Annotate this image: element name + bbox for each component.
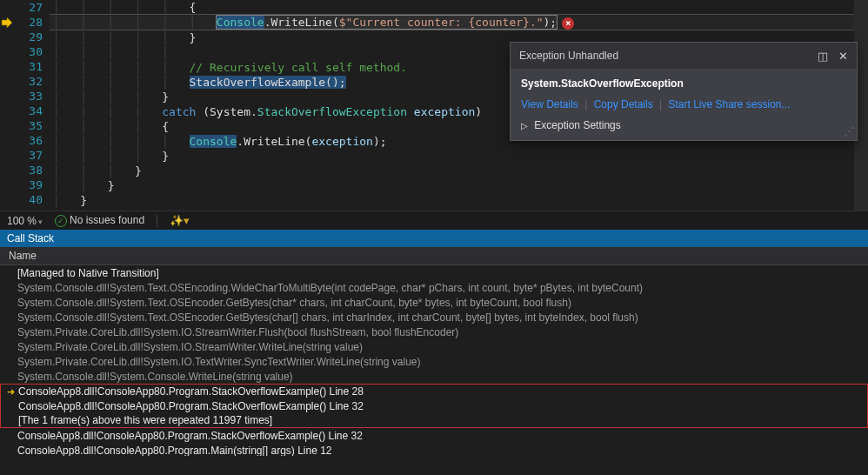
zoom-level[interactable]: 100 %▾ [7,215,43,227]
type-name: StackOverflowException [257,105,407,118]
stack-frame-text: ConsoleApp8.dll!ConsoleApp80.Program.Mai… [16,445,332,457]
stmt-end: ); [544,16,558,29]
stack-frame-text: [Managed to Native Transition] [16,267,159,279]
line-number: 31 [17,59,43,74]
stack-frame-row[interactable]: System.Console.dll!System.Text.OSEncoder… [0,310,868,324]
brace-close: } [135,164,142,177]
paren: ( [196,105,210,118]
stack-frame-text: System.Console.dll!System.Text.OSEncodin… [16,282,643,294]
stack-frame-text: System.Private.CoreLib.dll!System.IO.Str… [16,341,363,353]
stack-frame-row[interactable]: System.Console.dll!System.Console.WriteL… [0,369,868,384]
stack-frame-row[interactable]: System.Private.CoreLib.dll!System.IO.Str… [0,324,868,339]
exception-badge-icon[interactable]: × [562,17,574,30]
brace-close: } [162,150,169,163]
stack-frame-text: ConsoleApp8.dll!ConsoleApp80.Program.Sta… [17,385,364,398]
start-live-share-link[interactable]: Start Live Share session... [668,98,790,110]
popup-title: Exception Unhandled [519,50,818,62]
brace-close: } [108,179,115,192]
stack-frame-text: System.Private.CoreLib.dll!System.IO.Str… [16,326,458,338]
link-separator: | [659,98,662,110]
code-cleanup-icon[interactable]: ✨▾ [170,214,190,227]
line-number: 28 [17,15,43,30]
line-number: 29 [17,30,43,44]
line-number: 32 [17,74,43,89]
brace-open: { [162,120,169,133]
stack-frame-text: System.Console.dll!System.Text.OSEncoder… [16,297,571,309]
comment: // Recursively call self method. [190,61,407,74]
exception-settings-toggle[interactable]: ▷ Exception Settings [521,119,846,131]
popup-links: View Details | Copy Details | Start Live… [521,98,846,110]
exception-settings-label: Exception Settings [534,119,620,131]
arg-local: exception [311,135,372,148]
namespace: System. [210,105,257,118]
keyword-catch: catch [162,105,196,118]
issues-label: No issues found [70,214,144,226]
line-number: 34 [17,104,43,118]
stack-frame-row[interactable]: System.Private.CoreLib.dll!System.IO.Tex… [0,354,868,369]
stmt-end: ); [373,135,387,148]
exception-type-label: System.StackOverflowException [521,77,846,90]
stack-frame-text: System.Private.CoreLib.dll!System.IO.Tex… [16,356,420,368]
code-editor[interactable]: 2728293031323334353637383940 │ │ │ │ │ {… [0,0,868,211]
stack-frame-text: [The 1 frame(s) above this were repeated… [17,414,272,426]
string-literal: $"Current counter: {counter}." [339,16,544,29]
exception-popup: Exception Unhandled ◫ ✕ System.StackOver… [510,42,858,141]
stack-frame-text: ConsoleApp8.dll!ConsoleApp80.Program.Sta… [16,430,363,442]
paren-close: ) [475,105,482,118]
stack-frame-row[interactable]: ConsoleApp8.dll!ConsoleApp80.Program.Mai… [0,443,868,456]
line-number: 33 [17,89,43,104]
link-separator: | [584,98,587,110]
stack-frame-text: ConsoleApp8.dll!ConsoleApp80.Program.Sta… [17,400,364,412]
method-call: .WriteLine( [264,16,339,29]
error-status[interactable]: ✓No issues found [55,214,144,227]
divider [157,215,157,227]
editor-status-bar: 100 %▾ ✓No issues found ✨▾ [0,211,868,230]
stack-frame-row[interactable]: ConsoleApp8.dll!ConsoleApp80.Program.Sta… [0,428,868,443]
stack-frame-row[interactable]: System.Console.dll!System.Text.OSEncodin… [0,280,868,295]
identifier-console: Console [190,135,237,148]
check-circle-icon: ✓ [55,215,67,227]
brace-close: } [190,31,197,44]
brace-open: { [190,1,197,14]
current-statement-arrow-icon [0,15,14,30]
line-number-gutter: 2728293031323334353637383940 [17,0,50,211]
line-number: 39 [17,177,43,192]
caret-right-icon: ▷ [521,121,528,130]
call-stack-column-header[interactable]: Name [0,247,868,265]
brace-close: } [80,194,87,207]
line-number: 35 [17,118,43,133]
line-number: 38 [17,163,43,177]
line-number: 36 [17,133,43,148]
pin-icon[interactable]: ◫ [818,50,828,62]
stack-frame-row[interactable]: ➜ConsoleApp8.dll!ConsoleApp80.Program.St… [0,384,868,398]
local-var: exception [414,105,475,118]
stack-frame-row[interactable]: [The 1 frame(s) above this were repeated… [0,413,868,428]
copy-details-link[interactable]: Copy Details [594,98,653,110]
line-number: 37 [17,148,43,163]
line-number: 30 [17,44,43,59]
brace-close: } [162,90,169,104]
view-details-link[interactable]: View Details [521,98,578,110]
resize-grip-icon[interactable]: ⋰ [844,124,853,137]
line-number: 40 [17,192,43,207]
stack-frame-row[interactable]: [Managed to Native Transition] [0,265,868,280]
stack-frame-text: System.Console.dll!System.Text.OSEncoder… [16,311,638,324]
stack-frame-row[interactable]: System.Private.CoreLib.dll!System.IO.Str… [0,339,868,354]
identifier-console: Console [217,16,264,29]
call-stack-rows[interactable]: [Managed to Native Transition]System.Con… [0,265,868,456]
call-stack-panel: Call Stack Name [Managed to Native Trans… [0,230,868,456]
space [407,105,414,118]
method-call: .WriteLine( [237,135,311,148]
stack-frame-row[interactable]: System.Console.dll!System.Text.OSEncoder… [0,295,868,310]
close-icon[interactable]: ✕ [838,50,848,62]
stack-frame-row[interactable]: ConsoleApp8.dll!ConsoleApp80.Program.Sta… [0,398,868,413]
call-stack-title[interactable]: Call Stack [0,230,868,247]
highlighted-call: StackOverflowExample(); [190,76,346,89]
frame-indicator-icon: ➜ [4,386,17,398]
line-number: 27 [17,0,43,15]
stack-frame-text: System.Console.dll!System.Console.WriteL… [16,371,293,383]
glyph-margin [0,0,17,211]
